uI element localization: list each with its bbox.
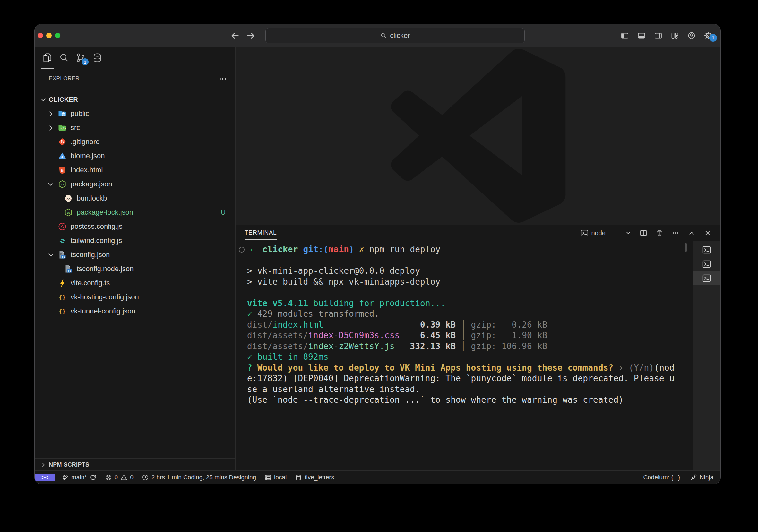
minimize-button[interactable] <box>46 33 52 38</box>
activity-source-control[interactable]: 1 <box>75 51 86 64</box>
tree-item--gitignore[interactable]: .gitignore <box>35 135 235 149</box>
titlebar-actions: 1 <box>620 24 713 47</box>
svg-text:{}: {} <box>59 308 65 315</box>
activity-database[interactable] <box>92 51 103 64</box>
terminal-line <box>247 255 682 266</box>
braces-icon: {} <box>58 307 67 316</box>
back-button[interactable] <box>229 30 241 41</box>
terminal-tab-1[interactable] <box>693 243 720 257</box>
terminal-tab-label[interactable]: TERMINAL <box>245 229 277 240</box>
file-label: tsconfig.json <box>71 250 110 259</box>
terminal-tab-2[interactable] <box>693 257 720 271</box>
biome-icon <box>58 151 67 160</box>
terminal-line: vite v5.4.11 building for production... <box>247 298 682 309</box>
tree-item-public[interactable]: public <box>35 107 235 121</box>
db-icon <box>295 474 302 481</box>
more-actions-icon[interactable] <box>219 75 227 83</box>
tree-item-vk-hosting-config-json[interactable]: {}vk-hosting-config.json <box>35 290 235 304</box>
file-label: vk-hosting-config.json <box>71 293 139 301</box>
terminal-actions: node <box>580 225 712 241</box>
npm-scripts-section[interactable]: NPM SCRIPTS <box>35 458 235 471</box>
bun-icon <box>64 194 73 203</box>
toggle-primary-sidebar-button[interactable] <box>620 31 629 40</box>
terminal-line: e:17832) [DEP0040] DeprecationWarning: T… <box>247 373 682 384</box>
tree-item-src[interactable]: </>src <box>35 121 235 135</box>
terminal-icon <box>580 229 589 237</box>
file-label: vk-tunnel-config.json <box>71 307 135 316</box>
status-ninja[interactable]: Ninja <box>690 474 713 481</box>
tree-item-biome-json[interactable]: biome.json <box>35 149 235 163</box>
svg-text:{}: {} <box>59 294 65 301</box>
file-label: package.json <box>71 180 112 188</box>
tree-item-tailwind-config-js[interactable]: tailwind.config.js <box>35 234 235 248</box>
tree-item-tsconfig-node-json[interactable]: TStsconfig.node.json <box>35 262 235 276</box>
file-label: .gitignore <box>71 138 100 146</box>
html5-icon: 5 <box>58 166 67 175</box>
traffic-lights <box>38 33 60 38</box>
status-profile-local[interactable]: local <box>264 474 287 481</box>
tree-item-bun-lockb[interactable]: bun.lockb <box>35 191 235 205</box>
accounts-button[interactable] <box>687 31 696 40</box>
file-label: bun.lockb <box>77 194 107 202</box>
status-problems[interactable]: 00 <box>105 474 133 481</box>
terminal-instance-node[interactable]: node <box>580 229 606 237</box>
activity-explorer[interactable] <box>42 51 52 64</box>
command-center-search[interactable]: clicker <box>265 28 525 43</box>
maximize-panel-button[interactable] <box>687 228 696 237</box>
kill-terminal-button[interactable] <box>655 228 664 237</box>
split-terminal-button[interactable] <box>639 228 648 237</box>
close-button[interactable] <box>38 33 43 38</box>
terminal-tab-3[interactable] <box>693 271 720 285</box>
vscode-window: clicker 1 1 EXPLORER CLICKER public</>sr… <box>35 24 720 484</box>
tree-item-postcss-config-js[interactable]: postcss.config.js <box>35 219 235 234</box>
terminal-line: > vite build && npx vk-miniapps-deploy <box>247 277 682 287</box>
braces-icon: {} <box>58 293 67 302</box>
status-right: Codeium: {...}Ninja <box>643 471 713 484</box>
tree-item-package-json[interactable]: JSpackage.json <box>35 177 235 191</box>
activity-bar: 1 <box>42 51 103 64</box>
settings-badge: 1 <box>709 34 717 42</box>
terminal-icon <box>702 245 711 255</box>
tree-item-tsconfig-json[interactable]: TStsconfig.json <box>35 248 235 262</box>
file-label: vite.config.ts <box>71 279 110 287</box>
status-codeium[interactable]: Codeium: {...} <box>643 474 680 481</box>
zoom-button[interactable] <box>55 33 60 38</box>
sidebar: 1 EXPLORER CLICKER public</>src.gitignor… <box>35 47 235 471</box>
activity-search[interactable] <box>58 51 69 64</box>
explorer-title: EXPLORER <box>49 75 80 82</box>
tree-item-vk-tunnel-config-json[interactable]: {}vk-tunnel-config.json <box>35 304 235 318</box>
close-panel-button[interactable] <box>703 228 712 237</box>
folder-public-icon <box>58 109 67 118</box>
status-database-five-letters[interactable]: five_letters <box>295 474 334 481</box>
root-label: CLICKER <box>49 96 78 103</box>
layout-sidebar-right-icon <box>654 31 663 40</box>
layout-sidebar-left-icon <box>620 31 629 40</box>
command-decoration-icon[interactable] <box>239 247 245 252</box>
svg-text:</>: </> <box>61 127 66 130</box>
title-bar: clicker 1 <box>35 24 720 47</box>
tree-item-index-html[interactable]: 5index.html <box>35 163 235 177</box>
chevron-down-icon <box>47 180 58 188</box>
status-remote-indicator[interactable]: >< <box>35 474 55 481</box>
forward-button[interactable] <box>245 30 257 41</box>
toggle-panel-button[interactable] <box>637 31 646 40</box>
file-tree: public</>src.gitignorebiome.json5index.h… <box>35 107 235 318</box>
file-label: postcss.config.js <box>71 222 122 231</box>
tree-item-package-lock-json[interactable]: JSpackage-lock.jsonU <box>35 205 235 219</box>
chevron-spacer <box>47 293 58 301</box>
launch-profile-button[interactable] <box>625 229 632 237</box>
new-terminal-button[interactable] <box>613 228 622 237</box>
terminal-panel: TERMINAL node → clicker git:(main) ✗ npm… <box>235 225 720 471</box>
chevron-spacer <box>47 138 58 146</box>
tree-item-vite-config-ts[interactable]: vite.config.ts <box>35 276 235 290</box>
toggle-secondary-sidebar-button[interactable] <box>654 31 663 40</box>
customize-layout-button[interactable] <box>671 31 679 40</box>
settings-button[interactable]: 1 <box>704 31 713 40</box>
tree-root-clicker[interactable]: CLICKER <box>35 92 235 107</box>
status-time-tracker[interactable]: 2 hrs 1 min Coding, 25 mins Designing <box>142 474 256 481</box>
terminal-scrollbar[interactable] <box>684 243 687 252</box>
status-git-branch[interactable]: main* <box>62 474 97 481</box>
status-text: main* <box>71 474 87 481</box>
more-actions-button[interactable] <box>671 228 680 237</box>
chevron-right-icon <box>47 124 58 132</box>
